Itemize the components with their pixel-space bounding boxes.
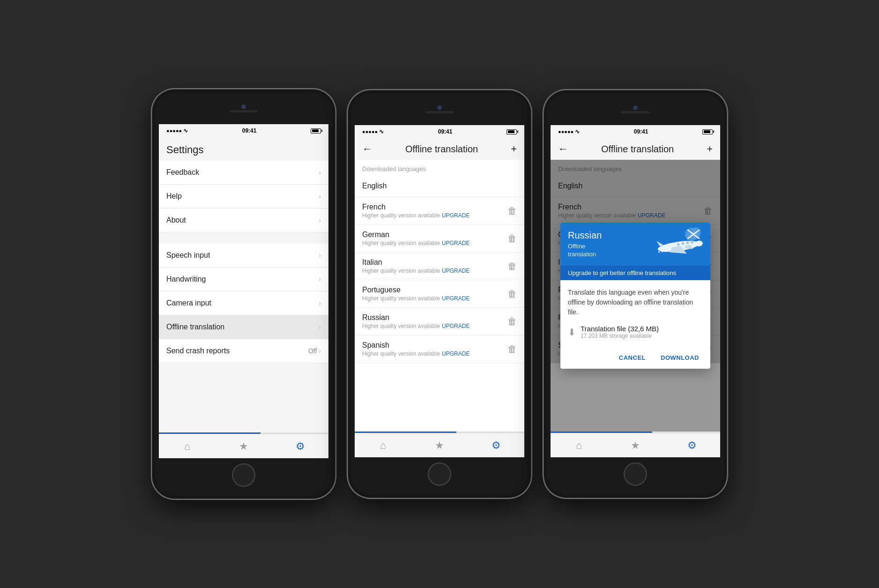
settings-title: Settings <box>166 144 204 156</box>
signal-area: ●●●●● ∿ <box>166 127 188 134</box>
download-button[interactable]: DOWNLOAD <box>657 352 703 363</box>
offline-screen: Downloaded languages English French High… <box>355 160 524 432</box>
delete-icon[interactable]: 🗑 <box>507 316 517 327</box>
delete-icon[interactable]: 🗑 <box>507 344 517 355</box>
modal-file-name: Translation file (32,6 MB) <box>581 325 659 333</box>
lang-item-french: French Higher quality version available … <box>355 197 524 225</box>
modal-body: Translate this language even when you're… <box>560 280 710 349</box>
download-arrow-icon: ⬇ <box>568 327 576 338</box>
section-header: Downloaded languages <box>355 160 524 176</box>
signal-dots: ●●●●● <box>166 128 182 134</box>
back-button[interactable]: ← <box>362 143 372 155</box>
settings-item-about[interactable]: About › <box>159 208 328 232</box>
add-button[interactable]: + <box>511 143 517 155</box>
svg-point-14 <box>658 251 660 253</box>
home-button[interactable] <box>232 463 255 487</box>
nav-home[interactable]: ⌂ <box>355 433 411 457</box>
upgrade-link[interactable]: UPGRADE <box>442 350 469 357</box>
section-gap <box>159 232 328 244</box>
front-camera <box>437 105 442 110</box>
signal-dots: ●●●●● <box>362 129 378 134</box>
svg-marker-6 <box>656 240 664 246</box>
modal-file-row: ⬇ Translation file (32,6 MB) 17.203 MB s… <box>568 325 703 339</box>
chevron-icon: › <box>319 193 321 200</box>
lang-item-spanish: Spanish Higher quality version available… <box>355 335 524 363</box>
status-time: 09:41 <box>634 128 648 135</box>
phone-bottom-bezel <box>551 457 720 491</box>
nav-home[interactable]: ⌂ <box>159 434 216 458</box>
progress-fill <box>159 432 261 434</box>
nav-settings[interactable]: ⚙ <box>663 433 720 457</box>
modal-description: Translate this language even when you're… <box>568 288 703 317</box>
settings-item-speech[interactable]: Speech input › <box>159 244 328 268</box>
delete-icon[interactable]: 🗑 <box>507 261 517 272</box>
battery-icon <box>311 128 321 134</box>
delete-icon[interactable]: 🗑 <box>507 206 517 216</box>
back-button[interactable]: ← <box>558 143 568 155</box>
settings-item-handwriting[interactable]: Handwriting › <box>159 268 328 291</box>
signal-area: ●●●●● ∿ <box>362 128 384 135</box>
chevron-icon: › <box>319 252 321 259</box>
nav-favorites[interactable]: ★ <box>216 434 272 458</box>
settings-item-crash[interactable]: Send crash reports Off › <box>159 339 328 363</box>
front-camera <box>633 105 638 110</box>
delete-icon[interactable]: 🗑 <box>507 289 517 299</box>
phone-3: ●●●●● ∿ 09:41 ← Offline translation + Do… <box>544 90 727 498</box>
upgrade-link[interactable]: UPGRADE <box>442 323 469 329</box>
gear-icon: ⚙ <box>687 439 697 452</box>
progress-fill <box>355 432 456 433</box>
speaker <box>621 111 649 113</box>
front-camera <box>241 104 246 109</box>
upgrade-link[interactable]: UPGRADE <box>442 268 469 274</box>
status-bar: ●●●●● ∿ 09:41 <box>355 125 524 138</box>
cancel-button[interactable]: CANCEL <box>615 352 649 363</box>
modal-card: Russian Offlinetranslation <box>560 223 710 369</box>
phone-top-bezel <box>355 97 524 125</box>
phone-top-bezel <box>159 96 328 124</box>
progress-bar <box>159 432 328 434</box>
battery-icon <box>702 129 713 134</box>
battery-area <box>507 129 517 134</box>
wifi-icon: ∿ <box>379 128 384 135</box>
chevron-icon: › <box>319 323 321 331</box>
upgrade-link[interactable]: UPGRADE <box>442 212 469 219</box>
settings-item-help[interactable]: Help › <box>159 185 328 208</box>
signal-dots: ●●●●● <box>558 129 574 134</box>
progress-bar <box>551 432 720 433</box>
modal-file-size: 17.203 MB storage available <box>581 333 659 339</box>
add-button[interactable]: + <box>707 143 713 155</box>
bottom-nav: ⌂ ★ ⚙ <box>159 434 328 458</box>
offline-modal-screen: Downloaded languages English French High… <box>551 160 720 432</box>
nav-settings[interactable]: ⚙ <box>468 433 524 457</box>
bottom-nav: ⌂ ★ ⚙ <box>355 433 524 457</box>
nav-favorites[interactable]: ★ <box>411 433 468 457</box>
bottom-nav: ⌂ ★ ⚙ <box>551 433 720 457</box>
upgrade-link[interactable]: UPGRADE <box>442 240 469 246</box>
upgrade-link[interactable]: UPGRADE <box>442 295 469 302</box>
delete-icon[interactable]: 🗑 <box>507 233 517 244</box>
signal-area: ●●●●● ∿ <box>558 128 580 135</box>
home-button[interactable] <box>624 462 647 486</box>
nav-favorites[interactable]: ★ <box>607 433 664 457</box>
settings-list-1: Feedback › Help › About › <box>159 161 328 232</box>
settings-item-offline[interactable]: Offline translation › <box>159 315 328 339</box>
settings-item-camera[interactable]: Camera input › <box>159 291 328 315</box>
modal-actions: CANCEL DOWNLOAD <box>560 349 710 369</box>
chevron-icon: › <box>319 216 321 224</box>
page-title: Offline translation <box>376 144 507 155</box>
phone-2: ●●●●● ∿ 09:41 ← Offline translation + Do… <box>348 90 531 498</box>
nav-home[interactable]: ⌂ <box>551 433 607 457</box>
home-icon: ⌂ <box>576 439 582 452</box>
offline-app-bar: ← Offline translation + <box>355 138 524 160</box>
nav-settings[interactable]: ⚙ <box>272 434 328 458</box>
lang-item-italian: Italian Higher quality version available… <box>355 253 524 280</box>
plane-illustration <box>649 223 710 265</box>
lang-item-english: English <box>355 176 524 197</box>
gear-icon: ⚙ <box>492 439 501 452</box>
status-time: 09:41 <box>242 127 257 134</box>
battery-area <box>311 128 321 134</box>
settings-item-feedback[interactable]: Feedback › <box>159 161 328 185</box>
home-button[interactable] <box>428 462 451 486</box>
settings-screen: Feedback › Help › About › Speech input › <box>159 161 328 432</box>
status-bar: ●●●●● ∿ 09:41 <box>551 125 720 138</box>
